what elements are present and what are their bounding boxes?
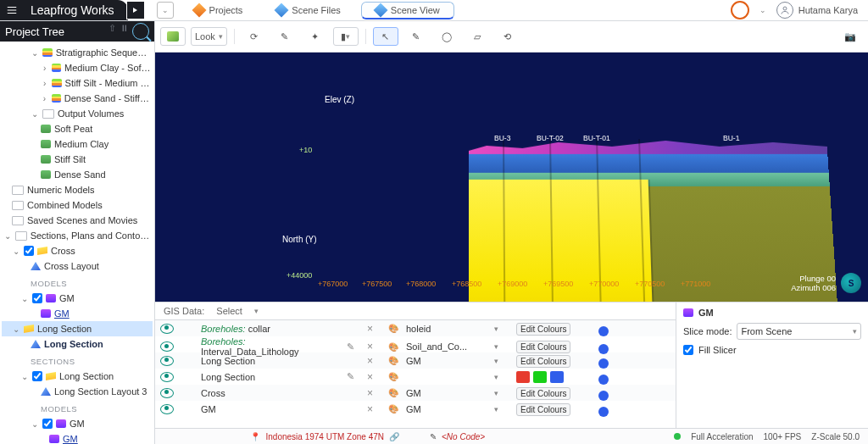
visibility-eye-icon[interactable]	[160, 324, 174, 334]
property-row[interactable]: Boreholes: collar×🎨holeid▾Edit ColoursA⋮…	[155, 320, 676, 336]
user-account[interactable]: Hutama Karya	[776, 2, 858, 19]
menu-icon[interactable]	[0, 0, 24, 20]
tree-item[interactable]: ⌄Cross	[2, 243, 153, 258]
tab-projects[interactable]: Projects	[181, 3, 257, 18]
history-up-icon[interactable]: ⇧	[108, 23, 116, 40]
tree-item-selected[interactable]: ⌄Long Section	[2, 321, 153, 336]
visibility-checkbox[interactable]	[32, 293, 42, 303]
scene-view[interactable]: Elev (Z) North (Y) East (X) +10 +44000 B…	[155, 53, 868, 302]
tree-item[interactable]: Long Section	[2, 336, 153, 352]
tree-item[interactable]: ⌄GM	[2, 416, 153, 431]
draw-line-icon[interactable]: ✎	[403, 27, 429, 46]
dropdown-icon[interactable]: ▾	[494, 389, 513, 397]
property-row[interactable]: GM×🎨GM▾Edit Colours▶⟳⋮⋮	[155, 401, 676, 417]
tree-item[interactable]: GM	[2, 306, 153, 321]
edit-colours-button[interactable]: Edit Colours	[516, 403, 570, 416]
visibility-checkbox[interactable]	[42, 419, 53, 429]
camera-icon[interactable]: 📷	[837, 27, 863, 46]
colour-by-icon[interactable]: 🎨	[387, 403, 398, 414]
remove-icon[interactable]: ×	[367, 355, 384, 367]
colour-by-icon[interactable]: 🎨	[387, 371, 398, 382]
edit-icon[interactable]: ✎	[347, 341, 364, 352]
tree-item[interactable]: Dense Sand	[2, 167, 153, 182]
select-label[interactable]: Select	[216, 306, 242, 316]
tab-scene-files[interactable]: Scene Files	[263, 3, 353, 18]
dropdown-icon[interactable]: ▾	[494, 342, 513, 351]
history-pause-icon[interactable]: ⏸	[120, 23, 129, 40]
product-logo-icon[interactable]	[731, 1, 749, 19]
slice-mode-select[interactable]: From Scene▾	[737, 323, 861, 340]
lasso-icon[interactable]: ◯	[434, 27, 459, 46]
property-row[interactable]: Cross×🎨GM▾Edit Colours⋮⋮	[155, 385, 676, 401]
dropdown-icon[interactable]: ▾	[494, 325, 513, 333]
tree-item[interactable]: ⌄Sections, Plans and Contours	[2, 228, 153, 243]
slicer-icon[interactable]: ▮▾	[333, 27, 359, 46]
rotate-icon[interactable]: ⟲	[495, 27, 520, 46]
edit-colours-button[interactable]: Edit Colours	[516, 387, 570, 400]
project-tree[interactable]: ⌄Stratigraphic Sequence ›Medium Clay - S…	[0, 42, 154, 444]
polygon-icon[interactable]: ▱	[465, 27, 490, 46]
tree-item[interactable]: ⌄Long Section	[2, 369, 153, 384]
compass-icon[interactable]: S	[841, 273, 861, 293]
tree-item[interactable]: GM	[2, 431, 153, 444]
tree-item[interactable]: Combined Models	[2, 197, 153, 213]
edit-colours-button[interactable]: Edit Colours	[516, 341, 570, 353]
tree-item[interactable]: Cross Layout	[2, 258, 153, 274]
colour-by-icon[interactable]: 🎨	[387, 341, 398, 352]
remove-icon[interactable]: ×	[367, 371, 384, 383]
colour-swatches[interactable]	[516, 371, 588, 383]
tree-item[interactable]: Saved Scenes and Movies	[2, 213, 153, 228]
play-icon[interactable]	[126, 1, 145, 19]
view-compass[interactable]: Plunge 00 Azimuth 006 S	[791, 273, 861, 293]
visibility-eye-icon[interactable]	[160, 388, 174, 398]
link-icon[interactable]: 🔗	[389, 432, 399, 441]
visibility-eye-icon[interactable]	[160, 372, 174, 382]
edit-colours-button[interactable]: Edit Colours	[516, 323, 570, 336]
visibility-eye-icon[interactable]	[160, 356, 174, 366]
property-row[interactable]: Boreholes: Interval_Data_Lithology✎×🎨Soi…	[155, 336, 676, 352]
edit-status-icon[interactable]: ✎	[430, 432, 437, 441]
tree-item[interactable]: Numeric Models	[2, 182, 153, 197]
workspace-selector[interactable]: ⌄	[157, 2, 174, 19]
render-mode-button[interactable]	[160, 27, 186, 46]
tree-item[interactable]: ⌄Stratigraphic Sequence	[2, 45, 153, 60]
colour-by-icon[interactable]: 🎨	[387, 355, 398, 366]
tree-item[interactable]: ›Stiff Silt - Medium Cl...	[2, 75, 153, 91]
dropdown-icon[interactable]: ▾	[494, 373, 513, 381]
property-row[interactable]: Long Section×🎨GM▾Edit Colours⋮⋮	[155, 352, 676, 369]
fill-slicer-checkbox[interactable]: Fill Slicer	[683, 345, 861, 355]
remove-icon[interactable]: ×	[367, 403, 384, 415]
edit-icon[interactable]: ✎	[347, 371, 364, 382]
tree-item[interactable]: ›Medium Clay - Soft P...	[2, 60, 153, 75]
dropdown-icon[interactable]: ▾	[494, 405, 513, 413]
search-icon[interactable]	[132, 23, 149, 40]
colour-by-icon[interactable]: 🎨	[387, 387, 398, 398]
crs-label[interactable]: Indonesia 1974 UTM Zone 47N	[265, 432, 384, 441]
remove-icon[interactable]: ×	[367, 341, 384, 352]
edit-colours-button[interactable]: Edit Colours	[516, 355, 570, 368]
dropdown-icon[interactable]: ▾	[494, 357, 513, 365]
property-row[interactable]: Long Section✎×🎨▾⋈⋮⋮	[155, 369, 676, 385]
visibility-eye-icon[interactable]	[160, 404, 174, 414]
chevron-down-icon[interactable]: ⌄	[760, 6, 766, 14]
visibility-eye-icon[interactable]	[160, 341, 174, 352]
visibility-checkbox[interactable]	[32, 371, 42, 381]
nocode-label[interactable]: <No Code>	[442, 432, 485, 441]
remove-icon[interactable]: ×	[367, 323, 384, 335]
ruler-icon[interactable]: ✦	[303, 27, 328, 46]
look-button[interactable]: Look▾	[191, 27, 227, 46]
visibility-checkbox[interactable]	[24, 246, 34, 256]
orbit-icon[interactable]: ⟳	[242, 27, 267, 46]
tree-item[interactable]: Soft Peat	[2, 121, 153, 136]
tree-item[interactable]: Long Section Layout 3	[2, 384, 153, 399]
tree-item[interactable]: Medium Clay	[2, 136, 153, 152]
tree-item[interactable]: ⌄GM	[2, 291, 153, 306]
tree-item[interactable]: ›Dense Sand - Stiff Sil...	[2, 91, 153, 106]
tab-scene-view[interactable]: Scene View	[361, 2, 454, 19]
zscale-label[interactable]: Z-Scale 50.0	[811, 432, 860, 441]
tree-item[interactable]: Stiff Silt	[2, 152, 153, 167]
select-cursor-icon[interactable]: ↖	[373, 27, 398, 46]
measure-line-icon[interactable]: ✎	[272, 27, 298, 46]
map-pin-icon[interactable]: 📍	[250, 432, 260, 441]
tree-item[interactable]: ⌄Output Volumes	[2, 106, 153, 121]
